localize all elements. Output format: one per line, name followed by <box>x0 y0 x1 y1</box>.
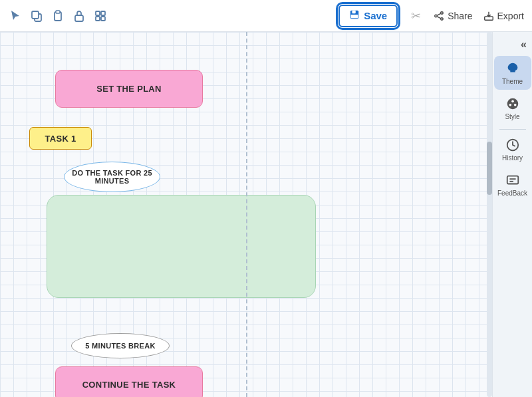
sidebar-item-history[interactable]: History <box>494 132 531 166</box>
save-label: Save <box>364 10 387 21</box>
svg-point-20 <box>509 104 511 106</box>
right-sidebar: « Theme Style History <box>492 32 532 397</box>
collapse-icon: « <box>521 39 527 51</box>
style-icon <box>505 96 520 111</box>
export-label: Export <box>497 11 524 21</box>
paste-icon[interactable] <box>51 9 65 23</box>
copy-icon[interactable] <box>29 9 44 23</box>
node-do-task[interactable]: DO THE TASK FOR 25 MINUTES <box>64 162 160 192</box>
svg-rect-1 <box>32 11 39 19</box>
node-task1[interactable]: TASK 1 <box>29 127 92 150</box>
feedback-icon <box>505 173 520 188</box>
main-area: SET THE PLAN TASK 1 DO THE TASK FOR 25 M… <box>0 32 532 397</box>
svg-rect-6 <box>101 11 105 15</box>
save-button[interactable]: Save <box>338 5 398 27</box>
share-icon <box>434 11 444 21</box>
export-button[interactable]: Export <box>483 11 524 21</box>
sidebar-item-style[interactable]: Style <box>494 91 531 125</box>
svg-rect-5 <box>96 11 100 15</box>
feedback-label: FeedBack <box>497 190 527 198</box>
toolbar: Save ✂ Share Export <box>0 0 532 32</box>
svg-rect-3 <box>56 11 60 13</box>
canvas[interactable]: SET THE PLAN TASK 1 DO THE TASK FOR 25 M… <box>0 32 492 397</box>
toolbar-right: Save ✂ Share Export <box>338 5 524 27</box>
share-divider-icon: ✂ <box>408 9 423 23</box>
cursor-icon[interactable] <box>8 9 23 23</box>
svg-rect-8 <box>101 17 105 21</box>
canvas-scrollbar-thumb[interactable] <box>487 142 492 195</box>
history-label: History <box>502 154 523 162</box>
style-label: Style <box>505 113 519 121</box>
share-button[interactable]: Share <box>434 11 472 21</box>
node-break[interactable]: 5 MINUTES BREAK <box>71 333 170 358</box>
theme-label: Theme <box>502 78 523 86</box>
sidebar-item-feedback[interactable]: FeedBack <box>494 168 531 201</box>
svg-rect-4 <box>75 15 83 21</box>
svg-point-19 <box>511 100 514 103</box>
svg-point-14 <box>441 17 444 20</box>
lock-icon[interactable] <box>72 9 86 23</box>
save-icon <box>349 9 360 23</box>
grid-icon[interactable] <box>93 9 108 23</box>
sidebar-divider <box>499 129 526 130</box>
collapse-button[interactable]: « <box>493 35 532 56</box>
theme-icon <box>505 61 520 76</box>
svg-rect-7 <box>96 17 100 21</box>
sidebar-item-theme[interactable]: Theme <box>494 56 531 90</box>
node-continue[interactable]: CONTINUE THE TASK <box>55 366 203 397</box>
svg-point-18 <box>507 98 518 110</box>
node-green-box[interactable] <box>47 195 316 298</box>
node-set-plan[interactable]: SET THE PLAN <box>55 70 203 108</box>
share-label: Share <box>448 11 472 21</box>
svg-rect-23 <box>507 176 518 184</box>
toolbar-left <box>8 9 108 23</box>
export-icon <box>483 11 494 21</box>
svg-point-13 <box>435 15 438 17</box>
svg-point-12 <box>441 11 444 14</box>
history-icon <box>505 138 520 152</box>
svg-line-16 <box>438 16 441 18</box>
svg-rect-11 <box>351 15 358 18</box>
svg-line-15 <box>438 13 441 15</box>
canvas-scrollbar[interactable] <box>487 32 492 397</box>
svg-point-21 <box>513 104 516 106</box>
svg-rect-10 <box>352 10 356 13</box>
